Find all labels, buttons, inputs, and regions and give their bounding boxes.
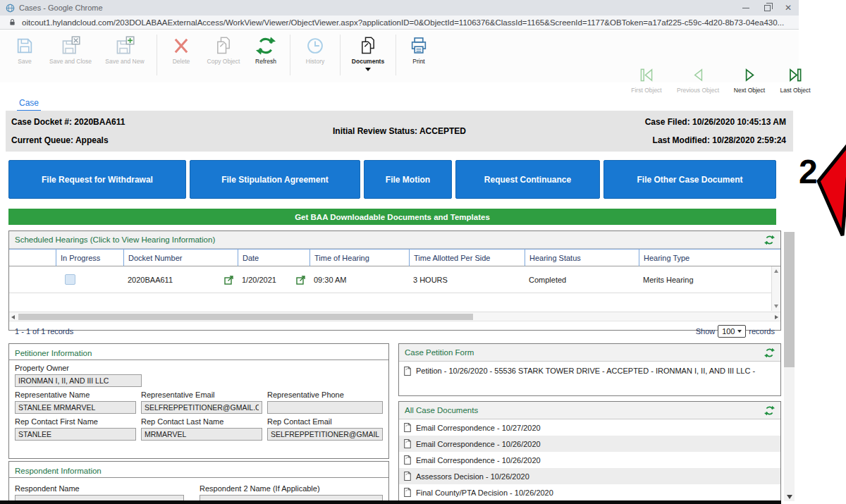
select-caret-icon (737, 330, 742, 333)
case-filed: Case Filed: 10/26/2020 10:45:13 AM (645, 117, 786, 127)
refresh-button[interactable]: Refresh (247, 35, 284, 65)
history-icon (305, 36, 325, 56)
refresh-documents-icon[interactable] (764, 405, 775, 416)
delete-button[interactable]: Delete (163, 35, 200, 65)
rep-contact-last-name-field[interactable] (141, 428, 262, 441)
hearings-horizontal-scrollbar[interactable] (9, 312, 780, 321)
file-request-for-withdrawal-button[interactable]: File Request for Withdrawal (8, 160, 186, 199)
file-stipulation-agreement-button[interactable]: File Stipulation Agreement (190, 160, 360, 199)
document-link[interactable]: Assessors Decision - 10/26/2020 (399, 468, 780, 484)
petition-document-link[interactable]: Petition - 10/26/2020 - 55536 STARK TOWE… (399, 362, 780, 380)
docket-number-value: 2020BAA611 (128, 276, 173, 284)
rep-contact-first-name-field[interactable] (15, 428, 136, 441)
respondent2-name-label: Respondent 2 Name (If Applicable) (200, 484, 383, 493)
horizontal-scroll-thumb[interactable] (18, 314, 473, 320)
print-icon (409, 36, 429, 56)
property-owner-label: Property Owner (15, 364, 383, 372)
toolbar-separator (290, 35, 290, 75)
representative-phone-field[interactable] (267, 401, 383, 414)
get-baa-documents-button[interactable]: Get BAA Downloadable Documents and Templ… (8, 209, 776, 225)
first-object-button[interactable]: First Object (626, 65, 667, 94)
hearings-footer: 1 - 1 of 1 records Show 100 records (9, 321, 780, 341)
last-modified: Last Modified: 10/28/2020 2:59:24 (653, 135, 786, 145)
all-case-documents-panel: All Case Documents Email Correspondence … (398, 401, 781, 504)
history-button[interactable]: History (296, 35, 334, 65)
last-object-button[interactable]: Last Object (776, 65, 815, 94)
refresh-hearings-icon[interactable] (764, 235, 775, 245)
address-bar[interactable]: oitcout1.hylandcloud.com/203DOLABAAExter… (0, 16, 799, 30)
initial-review-status: Initial Review Status: ACCEPTED (6, 126, 793, 136)
save-and-new-button[interactable]: Save and New (99, 35, 151, 65)
document-icon (403, 487, 412, 498)
save-and-close-button[interactable]: Save and Close (42, 35, 99, 65)
all-documents-title: All Case Documents (405, 406, 478, 414)
copy-object-button[interactable]: Copy Object (200, 35, 247, 65)
rep-contact-first-name-label: Rep Contact First Name (15, 417, 136, 426)
rep-contact-email-field[interactable] (267, 428, 383, 441)
toolbar: Save Save and Close Save and New Delete … (0, 30, 799, 82)
minimize-button[interactable] (735, 0, 756, 16)
print-button[interactable]: Print (402, 35, 436, 65)
case-petition-header: Case Petition Form (399, 344, 780, 362)
all-documents-header: All Case Documents (399, 402, 780, 419)
in-progress-checkbox[interactable] (65, 274, 75, 285)
hearings-table-header: In Progress Docket Number Date Time of H… (9, 249, 780, 266)
document-icon (403, 366, 412, 376)
case-header-band: Case Docket #: 2020BAA611 Current Queue:… (6, 111, 793, 152)
representative-email-label: Representative Email (141, 391, 262, 399)
toolbar-separator (157, 35, 157, 75)
documents-icon (358, 36, 378, 56)
document-icon (403, 455, 412, 465)
property-owner-field[interactable] (15, 374, 142, 387)
next-object-button[interactable]: Next Object (729, 65, 770, 94)
open-docket-icon[interactable] (224, 275, 234, 285)
document-link[interactable]: Email Correspondence - 10/26/2020 (399, 436, 780, 452)
url-text: oitcout1.hylandcloud.com/203DOLABAAExter… (22, 18, 784, 27)
representative-email-field[interactable] (141, 401, 262, 414)
scroll-down-icon (774, 305, 778, 308)
documents-button[interactable]: Documents (346, 35, 390, 71)
file-other-case-document-button[interactable]: File Other Case Document (603, 160, 776, 199)
petitioner-information-panel: Petitioner Information Property Owner Re… (8, 343, 389, 459)
hearing-type-cell: Merits Hearing (639, 276, 780, 284)
document-icon (403, 471, 412, 481)
representative-name-label: Representative Name (15, 391, 136, 399)
document-link[interactable]: Final County/PTA Decision - 10/26/2020 (399, 484, 780, 500)
page-scroll-thumb[interactable] (784, 232, 795, 367)
chrome-globe-icon (6, 4, 15, 13)
document-link[interactable]: Email Correspondence - 10/26/2020 (399, 452, 780, 468)
records-count: 1 - 1 of 1 records (15, 327, 73, 336)
page-vertical-scrollbar[interactable] (784, 232, 795, 501)
representative-name-field[interactable] (15, 401, 136, 414)
page-size-select[interactable]: 100 (718, 325, 746, 338)
case-docket: Case Docket #: 2020BAA611 (11, 117, 125, 127)
tab-case[interactable]: Case (17, 98, 41, 112)
file-motion-button[interactable]: File Motion (364, 160, 452, 199)
open-date-icon[interactable] (296, 275, 306, 285)
copy-object-icon (214, 36, 233, 56)
scheduled-hearings-header: Scheduled Hearings (Click to View Hearin… (9, 231, 780, 249)
hearing-table-row[interactable]: 2020BAA611 1/20/2021 09:30 AM 3 HOURS Co… (9, 266, 780, 293)
respondent-title: Respondent Information (15, 467, 102, 475)
hearings-vertical-scrollbar[interactable] (771, 266, 780, 311)
document-icon (403, 422, 412, 433)
save-button[interactable]: Save (7, 35, 42, 65)
case-action-buttons: File Request for Withdrawal File Stipula… (8, 160, 776, 199)
document-link[interactable]: Email Correspondence - 10/27/2020 (399, 419, 780, 436)
lock-icon (8, 18, 16, 27)
hearing-status-cell: Completed (525, 276, 639, 284)
last-object-icon (786, 66, 804, 85)
document-text: Assessors Decision - 10/26/2020 (416, 472, 529, 481)
column-header-in-progress: In Progress (56, 249, 123, 266)
request-continuance-button[interactable]: Request Continuance (455, 160, 600, 199)
previous-object-icon (689, 66, 707, 85)
page-scroll-down-icon (787, 495, 792, 499)
previous-object-button[interactable]: Previous Object (673, 65, 723, 94)
toolbar-separator (340, 35, 341, 75)
refresh-petition-icon[interactable] (764, 348, 775, 358)
restore-button[interactable] (756, 0, 778, 16)
restore-icon (764, 5, 771, 11)
petition-document-text: Petition - 10/26/2020 - 55536 STARK TOWE… (416, 367, 755, 375)
close-button[interactable]: ✕ (778, 0, 799, 16)
save-icon (15, 36, 35, 56)
